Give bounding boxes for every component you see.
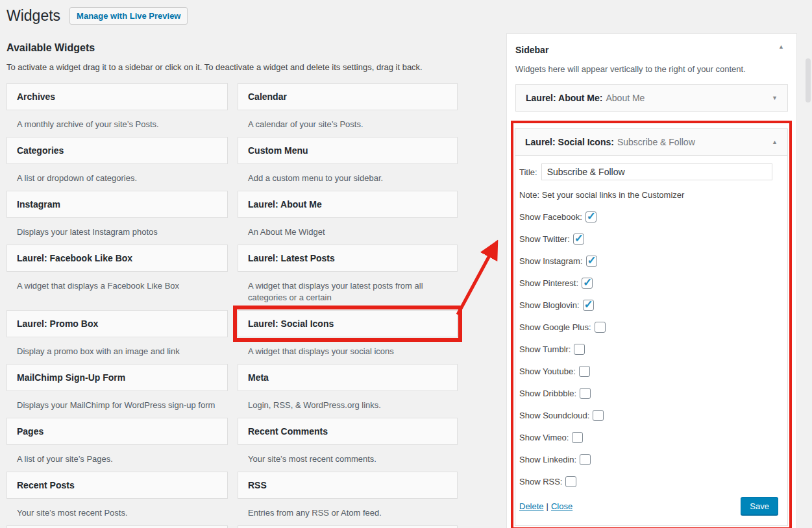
widget-grid-row: Laurel: Promo BoxDisplay a promo box wit… xyxy=(6,310,467,364)
show-bloglovin-checkbox[interactable]: ✓ xyxy=(583,300,594,311)
widget-grid-row xyxy=(6,525,467,528)
page-header: Widgets Manage with Live Preview xyxy=(6,0,467,25)
widget-grid-row: CategoriesA list or dropdown of categori… xyxy=(6,137,467,191)
show-dribbble-checkbox[interactable]: ✓ xyxy=(580,388,591,399)
sidebar-collapse-icon[interactable]: ▲ xyxy=(778,43,784,50)
checkbox-label: Show Dribbble: xyxy=(519,389,576,398)
available-widget-meta[interactable]: Meta xyxy=(238,364,458,391)
title-field-row: Title: xyxy=(519,163,778,180)
show-rss-checkbox[interactable]: ✓ xyxy=(565,476,576,487)
show-linkedin-checkbox[interactable]: ✓ xyxy=(580,454,591,465)
available-widget-laurel-facebook-like-box[interactable]: Laurel: Facebook Like Box xyxy=(6,245,228,272)
widget-title-input[interactable] xyxy=(541,163,772,180)
available-widget-partial[interactable] xyxy=(238,525,458,528)
link-separator: | xyxy=(547,501,548,511)
available-widget-archives[interactable]: Archives xyxy=(6,83,228,110)
available-widget-calendar[interactable]: Calendar xyxy=(238,83,458,110)
widget-name: Laurel: About Me: xyxy=(526,93,602,103)
social-checkbox-row: Show Google Plus:✓ xyxy=(519,320,778,333)
widget-card-title: Recent Posts xyxy=(17,480,75,490)
social-checkbox-row: Show Twitter:✓ xyxy=(519,232,778,245)
widget-item: InstagramDisplays your latest Instagram … xyxy=(6,191,228,245)
widget-card-title: Meta xyxy=(248,372,269,383)
show-pinterest-checkbox[interactable]: ✓ xyxy=(582,278,593,289)
social-checkbox-row: Show Soundcloud:✓ xyxy=(519,409,778,422)
widget-card-title: Pages xyxy=(17,426,43,437)
widget-subtitle: About Me xyxy=(606,93,645,103)
social-checkbox-row: Show Linkedin:✓ xyxy=(519,453,778,466)
widget-item: Laurel: Social IconsA widget that displa… xyxy=(238,310,458,364)
available-widget-laurel-about-me[interactable]: Laurel: About Me xyxy=(238,191,458,218)
chevron-up-icon[interactable]: ▲ xyxy=(772,139,778,145)
checkbox-label: Show Soundcloud: xyxy=(519,411,589,420)
widget-item: Laurel: Promo BoxDisplay a promo box wit… xyxy=(6,310,228,364)
available-widget-partial[interactable] xyxy=(6,525,228,528)
show-instagram-checkbox[interactable]: ✓ xyxy=(586,256,597,267)
widget-card-title: Laurel: Social Icons xyxy=(248,318,334,329)
available-widget-laurel-promo-box[interactable]: Laurel: Promo Box xyxy=(6,310,228,337)
available-widget-custom-menu[interactable]: Custom Menu xyxy=(238,137,458,164)
widget-card-description: Entries from any RSS or Atom feed. xyxy=(238,507,458,519)
widget-subtitle: Subscribe & Follow xyxy=(617,137,695,147)
social-checkbox-list: Show Facebook:✓Show Twitter:✓Show Instag… xyxy=(519,210,778,488)
checkbox-label: Show Pinterest: xyxy=(519,278,578,288)
checkbox-label: Show Linkedin: xyxy=(519,455,576,464)
close-link[interactable]: Close xyxy=(551,501,572,511)
widget-card-description: A calendar of your site’s Posts. xyxy=(238,119,458,130)
widget-card-title: Laurel: About Me xyxy=(248,199,322,210)
checkmark-icon: ✓ xyxy=(587,254,597,267)
checkmark-icon: ✓ xyxy=(587,210,596,223)
available-widget-rss[interactable]: RSS xyxy=(238,472,458,499)
show-facebook-checkbox[interactable]: ✓ xyxy=(585,211,597,222)
available-widgets-heading: Available Widgets xyxy=(6,42,467,54)
chevron-down-icon[interactable]: ▼ xyxy=(772,95,778,101)
widget-item: Laurel: About MeAn About Me Widget xyxy=(238,191,458,245)
available-widget-instagram[interactable]: Instagram xyxy=(6,191,228,218)
widget-card-title: Custom Menu xyxy=(248,145,308,156)
widget-card-title: Calendar xyxy=(248,91,287,102)
checkbox-label: Show Youtube: xyxy=(519,366,576,376)
social-checkbox-row: Show RSS:✓ xyxy=(519,475,778,488)
scrollbar-thumb[interactable] xyxy=(806,58,811,102)
widget-card-title: Laurel: Latest Posts xyxy=(248,253,335,263)
checkbox-label: Show Google Plus: xyxy=(519,322,591,332)
show-twitter-checkbox[interactable]: ✓ xyxy=(573,234,584,245)
checkbox-label: Show Vimeo: xyxy=(519,433,569,442)
show-soundcloud-checkbox[interactable]: ✓ xyxy=(593,410,604,421)
social-checkbox-row: Show Vimeo:✓ xyxy=(519,431,778,444)
delete-link[interactable]: Delete xyxy=(519,501,544,511)
sidebar-description: Widgets here will appear vertically to t… xyxy=(515,64,788,75)
widget-item: CategoriesA list or dropdown of categori… xyxy=(6,137,228,191)
save-button[interactable]: Save xyxy=(741,497,778,515)
widget-grid-row: InstagramDisplays your latest Instagram … xyxy=(6,191,467,245)
show-vimeo-checkbox[interactable]: ✓ xyxy=(572,432,583,443)
sidebar-widget-social-icons[interactable]: Laurel: Social Icons: Subscribe & Follow… xyxy=(515,128,788,156)
main-content: Widgets Manage with Live Preview Availab… xyxy=(6,0,467,528)
widget-item: ArchivesA monthly archive of your site’s… xyxy=(6,83,228,137)
social-checkbox-row: Show Dribbble:✓ xyxy=(519,387,778,400)
widget-form-footer: Delete|Close Save xyxy=(519,497,778,515)
checkbox-label: Show Instagram: xyxy=(519,256,583,266)
widget-card-title: Laurel: Facebook Like Box xyxy=(17,253,132,263)
widget-grid-row: Recent PostsYour site’s most recent Post… xyxy=(6,472,467,525)
show-tumblr-checkbox[interactable]: ✓ xyxy=(574,344,585,355)
available-widget-pages[interactable]: Pages xyxy=(6,418,228,445)
widget-item: RSSEntries from any RSS or Atom feed. xyxy=(238,472,458,525)
widget-grid-row: MailChimp Sign-Up FormDisplays your Mail… xyxy=(6,364,467,418)
widget-card-description: A monthly archive of your site’s Posts. xyxy=(6,119,228,130)
show-youtube-checkbox[interactable]: ✓ xyxy=(579,366,590,377)
available-widget-laurel-latest-posts[interactable]: Laurel: Latest Posts xyxy=(238,245,458,272)
sidebar-widget-about-me[interactable]: Laurel: About Me: About Me ▼ xyxy=(515,84,788,112)
available-widget-laurel-social-icons[interactable]: Laurel: Social Icons xyxy=(238,310,458,337)
widget-card-title: RSS xyxy=(248,480,267,490)
available-widget-mailchimp-sign-up-form[interactable]: MailChimp Sign-Up Form xyxy=(6,364,228,391)
available-widget-categories[interactable]: Categories xyxy=(6,137,228,164)
widget-card-description: Login, RSS, & WordPress.org links. xyxy=(238,400,458,411)
widget-item xyxy=(238,525,458,528)
checkbox-label: Show Facebook: xyxy=(519,212,582,222)
widget-item: PagesA list of your site’s Pages. xyxy=(6,418,228,472)
manage-live-preview-button[interactable]: Manage with Live Preview xyxy=(69,7,188,25)
available-widget-recent-posts[interactable]: Recent Posts xyxy=(6,472,228,499)
show-google-plus-checkbox[interactable]: ✓ xyxy=(595,322,606,333)
available-widget-recent-comments[interactable]: Recent Comments xyxy=(238,418,458,445)
